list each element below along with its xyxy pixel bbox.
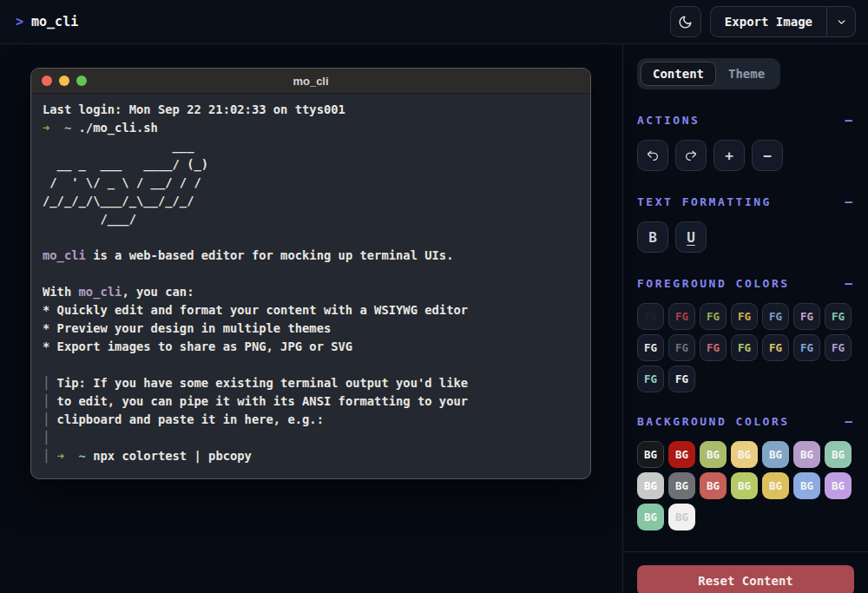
terminal-line: /___/ [43,210,579,228]
fg-swatch-bright-black[interactable]: FG [668,334,695,361]
fg-swatch-blue[interactable]: FG [762,303,789,330]
remove-line-button[interactable]: − [752,140,783,171]
fg-swatch-cyan[interactable]: FG [825,303,852,330]
app-title: mo_cli [31,14,78,30]
terminal-line: / ' \/ _ \ / __/ / / [43,174,579,192]
sidebar-content: Content Theme ACTIONS — [623,44,868,551]
traffic-lights [42,76,87,86]
bg-swatch-bright-yellow[interactable]: BG [762,472,789,499]
bg-swatch-blue[interactable]: BG [762,441,789,468]
terminal-line: * Export images to share as PNG, JPG or … [43,338,579,356]
terminal-line: │ to edit, you can pipe it with its ANSI… [43,392,579,411]
bg-swatch-bright-blue[interactable]: BG [793,472,820,499]
bg-swatch-black[interactable]: BG [637,441,664,468]
minus-icon: − [763,148,772,164]
add-line-button[interactable]: + [713,140,745,171]
bg-swatch-bright-green[interactable]: BG [731,472,758,499]
sidebar-footer: Reset Content [623,551,868,593]
prompt-icon: > [16,14,23,30]
terminal-line: * Quickly edit and format your content w… [43,301,579,320]
sidebar: Content Theme ACTIONS — [622,44,868,593]
terminal-line: Last login: Mon Sep 22 21:02:33 on ttys0… [43,101,579,119]
bg-swatch-bright-cyan[interactable]: BG [637,504,664,530]
fg-swatch-white[interactable]: FG [637,334,664,361]
topbar-actions: Export Image [670,6,856,37]
minimize-window-icon [59,76,69,86]
terminal-titlebar: mo_cli [31,69,590,94]
fg-swatch-green[interactable]: FG [700,303,727,330]
underline-label: U [687,229,695,246]
collapse-formatting-icon[interactable]: — [844,194,854,209]
fg-swatch-red[interactable]: FG [668,303,695,330]
formatting-section-title: TEXT FORMATTING [637,195,772,208]
fg-swatch-yellow[interactable]: FG [731,303,758,330]
terminal-line: ___ [43,137,579,155]
top-bar: > mo_cli Export Image [0,0,868,44]
bg-swatch-white[interactable]: BG [637,472,664,499]
background-swatch-grid: BGBGBGBGBGBGBGBGBGBGBGBGBGBGBGBG [637,441,854,530]
terminal-line: │ Tip: If you have some existing termina… [43,374,579,392]
terminal-line: │ clipboard and paste it in here, e.g.: [43,411,579,429]
bg-swatch-yellow[interactable]: BG [731,441,758,468]
underline-button[interactable]: U [675,221,707,253]
zoom-window-icon [76,76,87,86]
background-section-title: BACKGROUND COLORS [637,415,790,428]
terminal-content-editor[interactable]: Last login: Mon Sep 22 21:02:33 on ttys0… [31,94,590,479]
actions-buttons: + − [637,140,854,171]
terminal-line [43,356,579,374]
fg-swatch-bright-yellow[interactable]: FG [762,334,789,361]
terminal-line: __ _ ___ ____/ (_) [43,155,579,174]
moon-icon [678,15,693,30]
chevron-down-icon [836,16,847,28]
terminal-line: mo_cli is a web-based editor for mocking… [43,247,579,265]
collapse-background-icon[interactable]: — [844,413,854,429]
bg-swatch-green[interactable]: BG [700,441,727,468]
theme-toggle-button[interactable] [670,6,701,37]
bg-swatch-bright-magenta[interactable]: BG [825,472,852,499]
terminal-line [43,228,579,247]
bg-swatch-red[interactable]: BG [668,441,695,468]
plus-icon: + [725,148,733,164]
fg-swatch-bright-green[interactable]: FG [731,334,758,361]
fg-swatch-bright-cyan[interactable]: FG [637,366,664,392]
formatting-buttons: B U [637,221,854,253]
undo-icon [646,148,660,162]
fg-swatch-black[interactable]: FG [637,303,664,330]
foreground-section-title: FOREGROUND COLORS [637,277,790,290]
fg-swatch-bright-red[interactable]: FG [700,334,727,361]
bold-button[interactable]: B [637,221,668,253]
collapse-actions-icon[interactable]: — [844,112,854,128]
fg-swatch-bright-white[interactable]: FG [668,366,695,392]
redo-button[interactable] [675,140,707,171]
terminal-line: With mo_cli, you can: [43,283,579,301]
export-image-button[interactable]: Export Image [711,7,826,36]
terminal-line [43,265,579,283]
terminal-line: │ [43,429,579,447]
bg-swatch-cyan[interactable]: BG [825,441,852,468]
tab-theme[interactable]: Theme [716,62,777,86]
reset-content-button[interactable]: Reset Content [637,565,854,593]
bg-swatch-magenta[interactable]: BG [793,441,820,468]
export-image-split-button: Export Image [710,6,856,37]
fg-swatch-bright-magenta[interactable]: FG [825,334,852,361]
bg-swatch-bright-red[interactable]: BG [700,472,727,499]
terminal-line: ➜ ~ ./mo_cli.sh [43,119,579,137]
terminal-title: mo_cli [31,75,590,88]
undo-button[interactable] [637,140,668,171]
bg-swatch-bright-white[interactable]: BG [668,504,695,530]
terminal-line: * Preview your design in multiple themes [43,320,579,338]
export-options-button[interactable] [827,7,855,36]
tab-content[interactable]: Content [641,62,716,86]
fg-swatch-magenta[interactable]: FG [793,303,820,330]
actions-section-title: ACTIONS [637,114,700,127]
terminal-window: mo_cli Last login: Mon Sep 22 21:02:33 o… [30,68,591,479]
fg-swatch-bright-blue[interactable]: FG [793,334,820,361]
terminal-line: │ ➜ ~ npx colortest | pbcopy [43,447,579,465]
collapse-foreground-icon[interactable]: — [844,275,854,291]
editor-stage: mo_cli Last login: Mon Sep 22 21:02:33 o… [0,44,622,593]
terminal-line: /_/_/_/\___/_\__/_/_/ [43,192,579,210]
foreground-swatch-grid: FGFGFGFGFGFGFGFGFGFGFGFGFGFGFGFG [637,303,854,392]
bg-swatch-bright-black[interactable]: BG [668,472,695,499]
close-window-icon [42,76,52,86]
app-root: > mo_cli Export Image [0,0,868,593]
